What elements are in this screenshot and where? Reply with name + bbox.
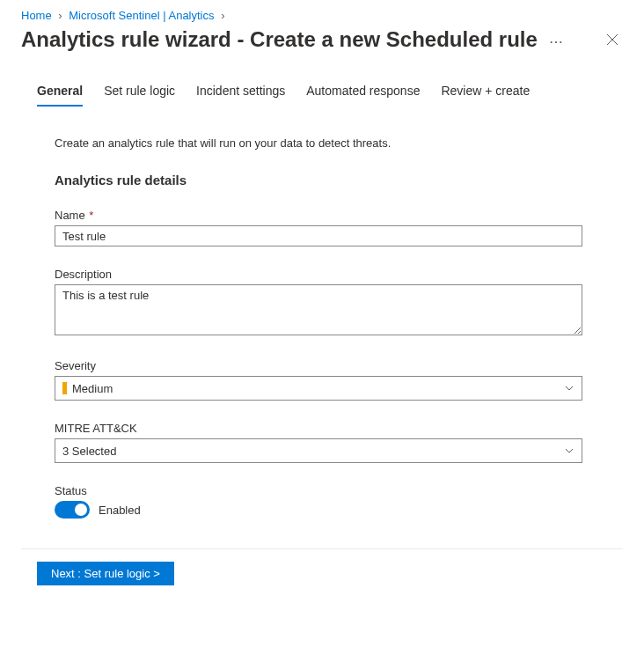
mitre-select[interactable]: 3 Selected	[55, 438, 582, 463]
status-label: Status	[55, 484, 607, 497]
chevron-right-icon: ›	[58, 9, 62, 22]
next-button[interactable]: Next : Set rule logic >	[37, 562, 174, 585]
close-button[interactable]	[602, 29, 623, 50]
toggle-knob-icon	[75, 504, 87, 516]
mitre-label: MITRE ATT&CK	[55, 422, 607, 435]
mitre-value: 3 Selected	[62, 445, 116, 458]
breadcrumb: Home › Microsoft Sentinel | Analytics ›	[21, 9, 623, 22]
severity-color-icon	[62, 382, 67, 394]
tab-general[interactable]: General	[37, 84, 83, 107]
description-textarea[interactable]: This is a test rule	[55, 284, 582, 335]
close-icon	[606, 33, 618, 46]
name-input[interactable]	[55, 225, 582, 246]
breadcrumb-sentinel[interactable]: Microsoft Sentinel | Analytics	[69, 9, 214, 22]
chevron-right-icon: ›	[221, 9, 224, 22]
breadcrumb-home[interactable]: Home	[21, 9, 52, 22]
section-title: Analytics rule details	[55, 173, 607, 188]
required-icon: *	[86, 209, 94, 222]
tab-set-rule-logic[interactable]: Set rule logic	[104, 84, 175, 107]
page-title: Analytics rule wizard - Create a new Sch…	[21, 27, 538, 52]
chevron-down-icon	[564, 383, 574, 394]
status-toggle[interactable]	[55, 501, 90, 519]
tab-bar: General Set rule logic Incident settings…	[21, 84, 623, 107]
divider	[21, 548, 623, 549]
severity-select[interactable]: Medium	[55, 376, 582, 401]
tab-automated-response[interactable]: Automated response	[306, 84, 420, 107]
status-value: Enabled	[99, 504, 141, 517]
description-label: Description	[55, 268, 607, 281]
tab-review-create[interactable]: Review + create	[441, 84, 530, 107]
more-icon[interactable]: ⋯	[549, 34, 564, 49]
chevron-down-icon	[564, 445, 574, 456]
severity-label: Severity	[55, 359, 607, 372]
severity-value: Medium	[72, 382, 113, 395]
intro-text: Create an analytics rule that will run o…	[55, 136, 607, 150]
tab-incident-settings[interactable]: Incident settings	[196, 84, 285, 107]
name-label: Name *	[55, 209, 607, 222]
